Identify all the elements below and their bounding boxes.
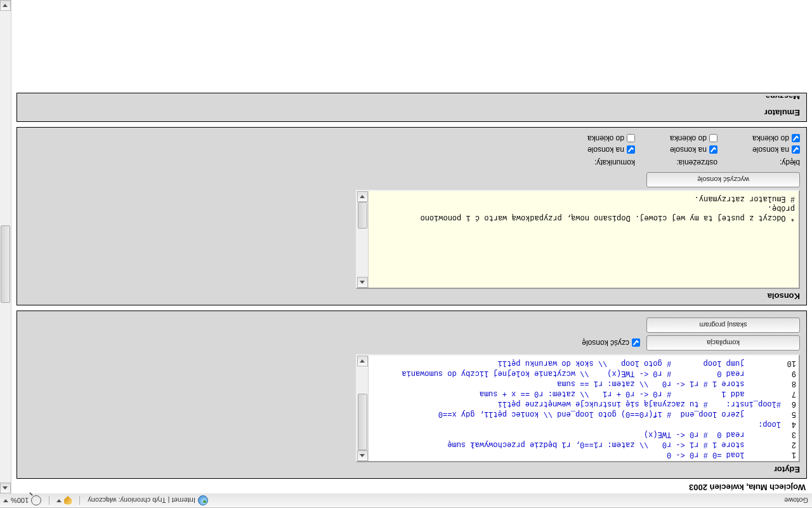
clear-console-on-compile-checkbox[interactable]: czyść konsolę xyxy=(582,338,640,347)
line-text: load =0 # r0 <- 0 xyxy=(667,450,781,460)
editor-line[interactable]: 10 jump loop # goto loop \\ skok do waru… xyxy=(371,358,796,368)
report-warnings-column: ostrzeżenia: na konsole do okienka xyxy=(654,134,717,167)
line-text: #loop_instr: # tu zaczynają się instrukc… xyxy=(498,399,781,409)
status-text: Gotowe xyxy=(212,497,812,504)
line-number: 1 xyxy=(781,450,796,460)
to-window-label: do okienka xyxy=(587,134,624,143)
line-text: read 0 # r0 <- TWE(x) \\ wczytanie kolej… xyxy=(402,368,781,378)
author-line: Wojciech Muła, kwiecień 2003 xyxy=(16,479,807,493)
status-zone[interactable]: Internet | Tryb chroniony: włączony xyxy=(84,495,212,505)
editor-line[interactable]: 9 read 0 # r0 <- TWE(x) \\ wczytanie kol… xyxy=(371,368,796,378)
editor-line[interactable]: 4loop: xyxy=(371,419,796,429)
line-number: 3 xyxy=(781,429,796,439)
line-number: 4 xyxy=(781,419,796,429)
clear-program-button[interactable]: skasuj program xyxy=(646,318,800,333)
line-number: 6 xyxy=(781,399,796,409)
line-text: store 1 # r1 <- r0 \\ zatem: r1 == suma xyxy=(557,378,781,389)
line-number: 5 xyxy=(781,409,796,419)
scroll-down-icon[interactable] xyxy=(357,191,368,202)
line-number: 2 xyxy=(781,439,796,450)
console-scrollbar[interactable] xyxy=(357,191,369,288)
editor-listbox[interactable]: 1 load =0 # r0 <- 02 store 1 # r1 <- r0 … xyxy=(356,354,800,462)
warnings-to-window-checkbox[interactable]: do okienka xyxy=(654,134,717,143)
scroll-thumb[interactable] xyxy=(1,225,10,303)
zoom-icon xyxy=(31,495,41,505)
line-number: 9 xyxy=(781,368,796,378)
browser-status-bar: Gotowe Internet | Tryb chroniony: włączo… xyxy=(0,493,812,508)
chevron-down-icon xyxy=(4,498,8,503)
internet-zone-icon xyxy=(198,495,208,505)
messages-to-console-checkbox[interactable]: na konsole xyxy=(572,145,635,154)
page-content: Wojciech Muła, kwiecień 2003 Edytor 1 lo… xyxy=(11,0,812,493)
warnings-to-console-checkbox[interactable]: na konsole xyxy=(654,145,717,154)
editor-line[interactable]: 8 store 1 # r1 <- r0 \\ zatem: r1 == sum… xyxy=(371,378,796,389)
console-panel: Konsola # Emulator zatrzymany.próbę.* Od… xyxy=(16,127,807,305)
editor-line[interactable]: 5 jzero loop_end # if(r0==0) goto loop_e… xyxy=(371,409,796,419)
scroll-thumb[interactable] xyxy=(358,394,367,450)
report-errors-column: błędy: na konsole do okienka xyxy=(737,134,800,167)
to-console-label: na konsole xyxy=(670,145,707,154)
line-text: jump loop # goto loop \\ skok do warunku… xyxy=(498,358,781,368)
editor-line[interactable]: 3 read 0 # r0 <- TWE(x) xyxy=(371,429,796,439)
line-text: store 1 # r1 <- r0 \\ zatem: r1==0, r1 b… xyxy=(447,439,781,450)
page-scrollbar[interactable] xyxy=(0,0,11,493)
status-zoom[interactable]: 100% xyxy=(0,495,45,505)
editor-scrollbar[interactable] xyxy=(357,356,369,461)
shield-icon xyxy=(64,496,72,505)
editor-line[interactable]: 1 load =0 # r0 <- 0 xyxy=(371,450,796,460)
line-text: read 0 # r0 <- TWE(x) xyxy=(644,429,781,439)
line-number: 7 xyxy=(781,389,796,399)
messages-header: komunikaty: xyxy=(572,158,635,167)
messages-to-console-input[interactable] xyxy=(627,146,635,154)
emulator-title: Emulator xyxy=(23,108,800,117)
warnings-to-window-input[interactable] xyxy=(709,135,717,143)
editor-line[interactable]: 6#loop_instr: # tu zaczynają się instruk… xyxy=(371,399,796,409)
errors-to-window-input[interactable] xyxy=(792,135,800,143)
scroll-down-icon[interactable] xyxy=(357,356,368,366)
errors-header: błędy: xyxy=(737,158,800,167)
console-line: próbę. xyxy=(372,203,795,213)
to-console-label: na konsole xyxy=(587,145,624,154)
compile-button[interactable]: kompilacja xyxy=(646,335,800,351)
clear-console-checkbox-input[interactable] xyxy=(632,339,640,347)
editor-title: Edytor xyxy=(23,465,800,474)
line-text: jzero loop_end # if(r0==0) goto loop_end… xyxy=(438,409,781,419)
line-number: 8 xyxy=(781,378,796,389)
report-options: błędy: na konsole do okienka ostrzeżenia… xyxy=(23,134,800,167)
machine-title-cutoff: Maszyna xyxy=(23,96,800,105)
scroll-down-icon[interactable] xyxy=(0,0,11,11)
warnings-header: ostrzeżenia: xyxy=(654,158,717,167)
status-zone-label: Internet | Tryb chroniony: włączony xyxy=(88,497,195,504)
console-line: # Emulator zatrzymany. xyxy=(372,194,795,203)
line-text: add 1 # r0 <- r0 + r1 \\ zatem: r0 == x … xyxy=(480,389,781,399)
line-number: 10 xyxy=(781,358,796,368)
console-output[interactable]: # Emulator zatrzymany.próbę.* Odczyt z p… xyxy=(356,190,800,289)
editor-line[interactable]: 7 add 1 # r0 <- r0 + r1 \\ zatem: r0 == … xyxy=(371,389,796,399)
line-text: loop: xyxy=(758,419,781,429)
console-title: Konsola xyxy=(23,291,800,301)
status-security[interactable] xyxy=(53,496,75,505)
warnings-to-console-input[interactable] xyxy=(709,146,717,154)
editor-panel: Edytor 1 load =0 # r0 <- 02 store 1 # r1… xyxy=(16,311,807,479)
errors-to-console-checkbox[interactable]: na konsole xyxy=(737,145,800,154)
errors-to-console-input[interactable] xyxy=(792,146,800,154)
editor-line[interactable]: 2 store 1 # r1 <- r0 \\ zatem: r1==0, r1… xyxy=(371,439,796,450)
scroll-up-icon[interactable] xyxy=(357,450,368,461)
scroll-thumb[interactable] xyxy=(358,202,367,229)
emulator-panel: Emulator Maszyna xyxy=(16,93,807,122)
messages-to-window-checkbox[interactable]: do okienka xyxy=(572,134,635,143)
clear-console-checkbox-label: czyść konsolę xyxy=(582,338,629,347)
to-console-label: na konsole xyxy=(752,145,789,154)
errors-to-window-checkbox[interactable]: do okienka xyxy=(737,134,800,143)
messages-to-window-input[interactable] xyxy=(627,135,635,143)
console-line: * Odczyt z pustej ta my wej ciowej. Dopi… xyxy=(372,213,795,222)
to-window-label: do okienka xyxy=(670,134,707,143)
scroll-up-icon[interactable] xyxy=(0,483,11,493)
to-window-label: do okienka xyxy=(752,134,789,143)
report-messages-column: komunikaty: na konsole do okienka xyxy=(572,134,635,167)
chevron-down-icon xyxy=(57,498,62,503)
scroll-up-icon[interactable] xyxy=(357,277,368,288)
clear-console-button[interactable]: wyczyść konsolę xyxy=(646,172,800,187)
zoom-value: 100% xyxy=(11,497,29,504)
